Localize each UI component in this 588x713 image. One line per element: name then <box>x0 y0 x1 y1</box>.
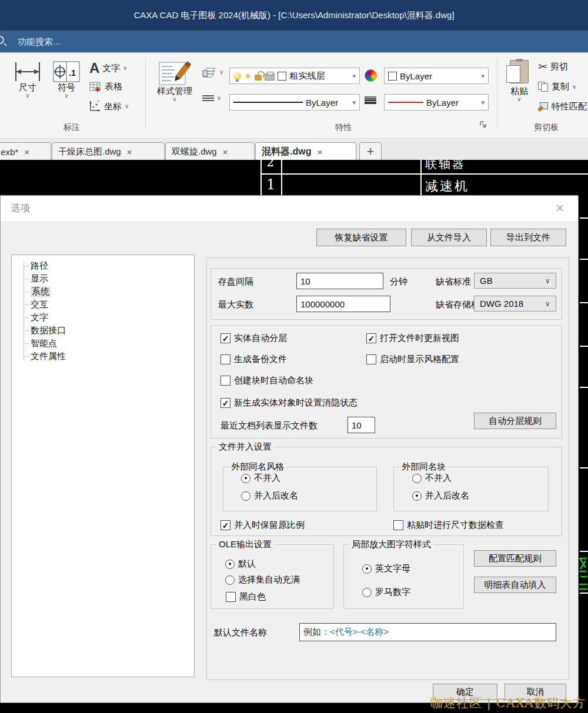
linetype-button[interactable]: ∨ <box>202 95 221 101</box>
radio-mark <box>412 474 422 483</box>
dimension-button[interactable]: 尺寸 ∨ <box>9 61 46 98</box>
import-from-file-button[interactable]: 从文件导入 <box>411 229 487 246</box>
layer-combo[interactable]: ☀ 粗实线层 ▾ <box>229 68 360 84</box>
save-interval-input[interactable] <box>296 273 383 289</box>
table-line <box>260 173 588 175</box>
magnify-style-title: 局部放大图字符样式 <box>349 539 433 550</box>
dialog-launcher-icon[interactable] <box>480 121 487 129</box>
table-line <box>580 387 588 388</box>
table-line <box>580 217 588 219</box>
window-title: CAXA CAD 电子图板 2024(机械版) - [C:\Users\Admi… <box>133 10 454 21</box>
checkbox-keep-scale[interactable]: ✓并入时保留原比例 <box>220 520 305 531</box>
recent-docs-input[interactable] <box>348 417 375 433</box>
tree-item-file-props[interactable]: 文件属性 <box>24 350 194 363</box>
checkbox-hide-state[interactable]: ✓新生成实体对象时设置消隐状态 <box>220 397 358 409</box>
lineweight-combo[interactable]: ByLayer ▾ <box>384 94 489 111</box>
dialog-close-button[interactable]: × <box>551 199 569 217</box>
title-bar: CAXA CAD 电子图板 2024(机械版) - [C:\Users\Admi… <box>0 0 588 31</box>
tab-ganzaochuang[interactable]: 干燥床总图.dwg × <box>52 142 165 160</box>
tab-exb[interactable]: .exb* × <box>0 142 51 160</box>
linetype-combo[interactable]: ByLayer ▾ <box>229 94 360 111</box>
match-properties-button[interactable]: 特性匹配 <box>538 101 587 112</box>
bom-autofill-button[interactable]: 明细表自动填入 <box>474 577 556 593</box>
radio-block-rename[interactable]: ●并入后改名 <box>412 490 469 501</box>
radio-block-no-merge[interactable]: 不并入 <box>412 473 452 484</box>
group-label-properties: 特性 <box>335 122 352 133</box>
text-icon: A <box>89 61 99 75</box>
function-search-bar[interactable]: 功能搜索... <box>0 31 588 53</box>
plus-icon: + <box>367 144 375 159</box>
table-button[interactable]: 表格 <box>89 81 122 92</box>
tree-item-interaction[interactable]: 交互 <box>24 298 194 311</box>
tree-item-text[interactable]: 文字 <box>24 311 194 324</box>
save-interval-label: 存盘间隔 <box>218 276 253 287</box>
export-to-file-button[interactable]: 导出到文件 <box>490 229 566 246</box>
svg-text:X: X <box>97 100 99 103</box>
style-manager-button[interactable]: 样式管理 ∨ <box>150 60 199 102</box>
chevron-down-icon: ∨ <box>517 97 521 102</box>
checkbox-mark <box>226 592 236 602</box>
dropdown-arrow-icon: ▾ <box>352 72 356 80</box>
cut-button[interactable]: ✂ 剪切 <box>538 61 568 72</box>
layers-icon <box>202 67 216 78</box>
coordinate-button[interactable]: YX 坐标 ∨ <box>88 100 129 113</box>
tree-item-system[interactable]: 系统 <box>24 285 194 298</box>
copy-button[interactable]: 复制 ∨ <box>538 81 576 92</box>
checkbox-backup-file[interactable]: 生成备份文件 <box>220 354 287 365</box>
checkbox-mark: ✓ <box>220 398 230 408</box>
close-icon[interactable]: × <box>24 147 29 157</box>
close-icon[interactable]: × <box>127 147 132 157</box>
chevron-down-icon: ∨ <box>219 70 223 75</box>
radio-style-no-merge[interactable]: ●不并入 <box>241 473 280 484</box>
checkbox-auto-name-block[interactable]: 创建块时自动命名块 <box>220 375 313 386</box>
radio-roman-numerals[interactable]: 罗马数字 <box>362 587 410 598</box>
chevron-down-icon: ∨ <box>125 104 129 109</box>
color-wheel-icon[interactable] <box>365 69 377 82</box>
checkbox-black-white[interactable]: 黑白色 <box>226 591 266 602</box>
radio-ole-fit[interactable]: 选择集自动充满 <box>225 574 300 585</box>
group-label-annotate: 标注 <box>64 122 80 133</box>
checkbox-update-view[interactable]: ✓打开文件时更新视图 <box>366 333 459 344</box>
svg-text:Y: Y <box>89 102 91 106</box>
tree-connector <box>24 262 24 360</box>
radio-style-rename[interactable]: 并入后改名 <box>241 490 298 501</box>
default-filename-input[interactable]: 例如： <代号>-<名称> <box>299 623 556 641</box>
cad-canvas[interactable]: 2 联轴器 1 减速机 <box>0 160 588 195</box>
radio-ole-default[interactable]: ●默认 <box>225 558 256 570</box>
checkbox-dim-check[interactable]: 粘贴时进行尺寸数据检查 <box>393 520 504 531</box>
symbol-button[interactable]: .1 符号 ∨ <box>49 61 83 98</box>
default-standard-select[interactable]: GB ∨ <box>474 273 556 289</box>
default-format-select[interactable]: DWG 2018 ∨ <box>474 296 556 312</box>
layers-button[interactable]: ∨ <box>202 67 223 78</box>
radio-mark <box>225 575 235 585</box>
auto-layer-rules-button[interactable]: 自动分层规则 <box>474 413 556 429</box>
layer-lock-icon <box>255 75 262 81</box>
table-line <box>580 259 588 260</box>
paste-icon <box>510 60 529 83</box>
match-rules-button[interactable]: 配置匹配规则 <box>474 550 556 567</box>
close-icon[interactable]: × <box>223 147 228 157</box>
close-icon[interactable]: × <box>317 147 322 157</box>
color-combo[interactable]: ByLayer ▾ <box>384 68 489 84</box>
dialog-title-bar[interactable]: 选项 × <box>1 196 578 221</box>
checkbox-startup-style[interactable]: 启动时显示风格配置 <box>366 354 459 365</box>
text-button[interactable]: A 文字 ∨ <box>89 61 128 75</box>
new-tab-button[interactable]: + <box>359 142 382 160</box>
tree-item-display[interactable]: 显示 <box>24 272 194 285</box>
tree-item-data-interface[interactable]: 数据接口 <box>24 324 194 337</box>
restore-defaults-button[interactable]: 恢复缺省设置 <box>316 229 406 246</box>
chevron-down-icon: ∨ <box>572 85 576 89</box>
tree-item-smart-point[interactable]: 智能点 <box>24 337 194 350</box>
paste-button[interactable]: 粘贴 ∨ <box>503 60 535 102</box>
table-line <box>580 346 588 347</box>
tree-item-path[interactable]: 路径 <box>24 259 194 272</box>
checkbox-auto-layer[interactable]: ✓实体自动分层 <box>220 333 287 344</box>
table-line <box>420 160 422 195</box>
max-real-input[interactable] <box>296 296 390 312</box>
tab-shuangluoxuan[interactable]: 双螺旋.dwg × <box>165 142 255 160</box>
default-filename-label: 默认文件名称 <box>214 627 267 638</box>
checkbox-mark: ✓ <box>220 333 230 343</box>
radio-mark <box>241 491 250 501</box>
lineweight-icon[interactable] <box>365 96 376 104</box>
radio-english-letters[interactable]: ●英文字母 <box>362 563 410 574</box>
